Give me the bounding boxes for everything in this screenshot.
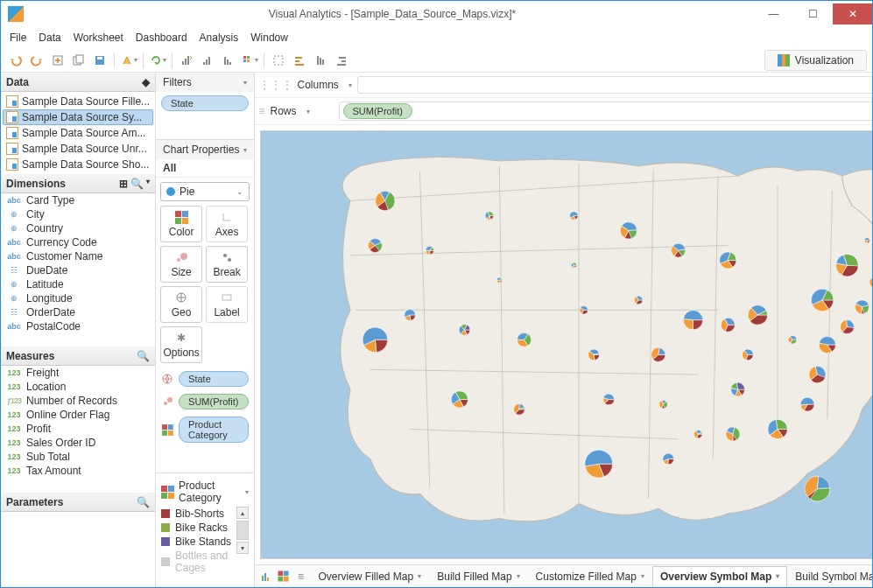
- sort-asc-button[interactable]: [198, 51, 217, 70]
- mark-type-select[interactable]: Pie ⌄: [160, 182, 249, 201]
- duplicate-button[interactable]: [69, 51, 88, 70]
- menu-data[interactable]: Data: [39, 32, 60, 44]
- refresh-button[interactable]: ▾: [148, 51, 167, 70]
- shelf-pill[interactable]: State: [179, 371, 248, 387]
- measure-field[interactable]: 123Location: [1, 380, 155, 394]
- data-menu-icon[interactable]: ◆: [142, 76, 150, 88]
- data-source-item[interactable]: Sample Data Source Am...: [3, 125, 153, 141]
- search-icon[interactable]: 🔍: [130, 178, 144, 190]
- measures-header[interactable]: Measures 🔍: [1, 346, 155, 366]
- search-icon[interactable]: 🔍: [137, 350, 150, 362]
- table-icon[interactable]: ⊞: [119, 178, 128, 190]
- measure-field[interactable]: 123Online Order Flag: [1, 408, 155, 422]
- align-v-button[interactable]: [311, 51, 330, 70]
- data-header[interactable]: Data ◆: [1, 73, 155, 92]
- measure-field[interactable]: ƒ123Number of Records: [1, 394, 155, 408]
- maximize-button[interactable]: ☐: [793, 4, 833, 24]
- data-source-item[interactable]: Sample Data Source Sy...: [3, 109, 153, 125]
- measure-field[interactable]: 123Freight: [1, 366, 155, 380]
- prop-size-button[interactable]: Size: [160, 246, 202, 283]
- map-svg: [261, 131, 873, 558]
- worksheet-tab[interactable]: Customize Filled Map▾: [528, 566, 652, 587]
- new-worksheet-icon[interactable]: [258, 569, 274, 584]
- fit-button[interactable]: [269, 51, 288, 70]
- search-icon[interactable]: 🔍: [137, 496, 150, 508]
- dimension-field[interactable]: ☷DueDate: [1, 263, 155, 277]
- undo-button[interactable]: [6, 51, 25, 70]
- encoding-shelves: StateSUM(Profit)Product Category: [156, 368, 253, 446]
- prop-options-button[interactable]: ✱Options: [160, 326, 202, 363]
- menu-file[interactable]: File: [10, 32, 26, 44]
- dimension-field[interactable]: ⊕City: [1, 207, 155, 221]
- chart-type-button[interactable]: ▾: [240, 51, 259, 70]
- measure-field[interactable]: 123Profit: [1, 422, 155, 436]
- align-h-button[interactable]: [290, 51, 309, 70]
- clear-button[interactable]: ▾: [119, 51, 138, 70]
- svg-rect-12: [227, 60, 229, 65]
- svg-rect-4: [97, 57, 102, 60]
- menu-dashboard[interactable]: Dashboard: [136, 32, 187, 44]
- prop-break-button[interactable]: Break: [206, 246, 248, 283]
- dimension-field[interactable]: ⊕Latitude: [1, 277, 155, 291]
- dimension-field[interactable]: ☷OrderDate: [1, 305, 155, 319]
- scroll-down-button[interactable]: ▾: [236, 542, 249, 554]
- measure-field[interactable]: 123Sales Order ID: [1, 436, 155, 450]
- legend-item[interactable]: Bottles and Cages: [161, 549, 236, 575]
- columns-shelf[interactable]: [357, 76, 873, 94]
- dimension-field[interactable]: abcCustomer Name: [1, 249, 155, 263]
- swap-button[interactable]: [177, 51, 196, 70]
- scroll-up-button[interactable]: ▴: [236, 507, 249, 519]
- filters-header[interactable]: Filters ▾: [156, 73, 253, 92]
- worksheet-tab[interactable]: Build Filled Map▾: [429, 566, 527, 587]
- minimize-button[interactable]: —: [754, 4, 793, 24]
- legend-item[interactable]: Bike Stands: [161, 535, 236, 549]
- dropdown-icon[interactable]: ▾: [146, 178, 150, 190]
- save-button[interactable]: [90, 51, 109, 70]
- menu-worksheet[interactable]: Worksheet: [74, 32, 123, 44]
- chart-properties-header[interactable]: Chart Properties ▾: [156, 140, 253, 159]
- align-r-button[interactable]: [332, 51, 351, 70]
- map-visualization[interactable]: [260, 130, 873, 559]
- measure-field[interactable]: 123Sub Total: [1, 450, 155, 464]
- rows-pill-profit[interactable]: SUM(Profit): [343, 103, 412, 119]
- encoding-shelf[interactable]: SUM(Profit): [156, 390, 253, 413]
- encoding-shelf[interactable]: Product Category: [156, 413, 253, 446]
- dimension-field[interactable]: ⊕Longitude: [1, 291, 155, 305]
- dimension-field[interactable]: ⊕Country: [1, 221, 155, 235]
- dimensions-header[interactable]: Dimensions ⊞ 🔍 ▾: [1, 174, 155, 193]
- dimension-field[interactable]: abcCard Type: [1, 193, 155, 207]
- legend-item[interactable]: Bib-Shorts: [161, 507, 236, 521]
- data-source-item[interactable]: Sample Data Source Unr...: [3, 141, 153, 157]
- encoding-shelf[interactable]: State: [156, 368, 253, 390]
- new-dashboard-icon[interactable]: [276, 569, 292, 584]
- legend-header[interactable]: Product Category ▾: [161, 477, 248, 507]
- worksheet-tab[interactable]: Overview Filled Map▾: [311, 566, 430, 587]
- rows-shelf[interactable]: SUM(Profit): [339, 102, 873, 121]
- redo-button[interactable]: [27, 51, 46, 70]
- sort-desc-button[interactable]: [219, 51, 238, 70]
- prop-geo-button[interactable]: Geo: [160, 286, 202, 323]
- dimension-field[interactable]: abcCurrency Code: [1, 235, 155, 249]
- data-source-item[interactable]: Sample Data Source Sho...: [3, 157, 153, 172]
- filter-pill-state[interactable]: State: [161, 95, 248, 111]
- shelf-pill[interactable]: SUM(Profit): [179, 394, 248, 410]
- worksheet-tab[interactable]: Overview Symbol Map▾: [652, 566, 787, 587]
- measure-field[interactable]: 123Tax Amount: [1, 464, 155, 478]
- datasource-icon: [6, 95, 18, 108]
- visualization-button[interactable]: Visualization: [764, 50, 867, 71]
- new-sheet-button[interactable]: [48, 51, 67, 70]
- menu-window[interactable]: Window: [250, 32, 288, 44]
- color-legend-icon: [161, 486, 174, 499]
- scroll-thumb[interactable]: [236, 521, 249, 540]
- data-source-item[interactable]: Sample Data Source Fille...: [3, 94, 153, 109]
- close-button[interactable]: ✕: [833, 4, 872, 24]
- parameters-header[interactable]: Parameters 🔍: [1, 493, 155, 512]
- legend-item[interactable]: Bike Racks: [161, 521, 236, 535]
- menu-analysis[interactable]: Analysis: [200, 32, 239, 44]
- prop-label-button: Label: [206, 286, 248, 323]
- dimension-field[interactable]: abcPostalCode: [1, 319, 155, 333]
- worksheet-tab[interactable]: Build Symbol Map▾: [787, 566, 873, 587]
- list-icon[interactable]: ≡: [293, 569, 309, 584]
- shelf-pill[interactable]: Product Category: [179, 416, 248, 443]
- prop-color-button[interactable]: Color: [160, 206, 202, 242]
